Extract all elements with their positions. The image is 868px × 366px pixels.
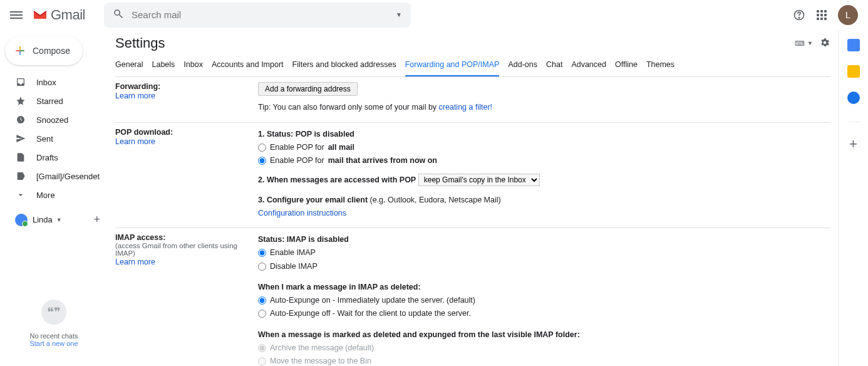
nav-label: Inbox	[36, 78, 56, 87]
chevron-down-icon	[15, 190, 26, 200]
pop-label: POP download:	[115, 128, 245, 137]
start-chat-link[interactable]: Start a new one	[0, 340, 108, 347]
compose-button[interactable]: Compose	[5, 36, 83, 65]
svg-point-1	[798, 17, 799, 18]
imap-deleted-heading: When I mark a message in IMAP as deleted…	[258, 281, 830, 294]
pop-opt1-text: Enable POP for	[270, 141, 324, 154]
tab-accounts[interactable]: Accounts and Import	[212, 54, 284, 76]
pop-opt2-text: Enable POP for	[270, 154, 324, 167]
forwarding-learn-more[interactable]: Learn more	[115, 92, 155, 100]
no-chats-text: No recent chats	[0, 332, 108, 340]
nav-more[interactable]: More	[0, 186, 108, 204]
pop-status-prefix: 1. Status:	[258, 130, 296, 139]
input-tools-button[interactable]: ⌨ ▼	[795, 39, 813, 48]
nav-inbox[interactable]: Inbox	[0, 73, 108, 92]
gear-icon[interactable]	[819, 37, 830, 50]
search-input[interactable]	[132, 9, 396, 20]
tab-forwarding[interactable]: Forwarding and POP/IMAP	[405, 54, 500, 76]
label-icon	[15, 171, 26, 181]
section-imap: IMAP access: (access Gmail from other cl…	[115, 228, 830, 366]
imap-label: IMAP access:	[115, 233, 245, 242]
tab-inbox[interactable]: Inbox	[183, 54, 203, 76]
side-panel: +	[838, 30, 868, 366]
nav-label: Sent	[36, 134, 53, 144]
pop-opt2-bold: mail that arrives from now on	[328, 154, 437, 167]
move-bin-radio[interactable]	[258, 357, 266, 365]
expunge-on-radio[interactable]	[258, 296, 266, 305]
nav-drafts[interactable]: Drafts	[0, 148, 108, 167]
inbox-icon	[15, 77, 26, 87]
sidebar: Compose Inbox Starred Snoozed Sent Draft…	[0, 30, 108, 366]
tab-general[interactable]: General	[115, 54, 143, 76]
send-icon	[15, 133, 26, 144]
user-avatar-icon	[15, 214, 28, 226]
imap-status: IMAP is disabled	[287, 235, 349, 244]
move-bin-text: Move the message to the Bin	[270, 355, 371, 366]
user-chip[interactable]: Linda ▼	[15, 214, 93, 226]
user-name: Linda	[33, 215, 53, 224]
pop-step3-prefix: 3.	[258, 196, 267, 204]
main-content: Settings ⌨ ▼ General Labels Inbox Accoun…	[108, 30, 838, 366]
calendar-icon[interactable]	[847, 39, 860, 51]
add-forwarding-button[interactable]: Add a forwarding address	[258, 82, 358, 96]
create-filter-link[interactable]: creating a filter!	[439, 103, 492, 112]
search-icon[interactable]	[113, 8, 124, 21]
nav-starred[interactable]: Starred	[0, 92, 108, 110]
avatar[interactable]: L	[838, 5, 858, 25]
apps-icon[interactable]	[815, 9, 828, 21]
pop-fromnow-radio[interactable]	[258, 157, 266, 165]
tasks-icon[interactable]	[847, 92, 860, 104]
nav-label: Drafts	[36, 153, 58, 162]
nav-snoozed[interactable]: Snoozed	[0, 110, 108, 129]
tab-offline[interactable]: Offline	[615, 54, 638, 76]
nav-label: More	[36, 191, 55, 200]
nav-label: Starred	[36, 97, 63, 106]
tab-addons[interactable]: Add-ons	[508, 54, 537, 76]
imap-sublabel: (access Gmail from other clients using I…	[115, 242, 245, 257]
pop-action-select[interactable]: keep Gmail's copy in the Inbox	[418, 174, 540, 186]
help-icon[interactable]	[793, 9, 805, 21]
nav-gesendet[interactable]: [Gmail]/Gesendet	[0, 167, 108, 186]
keep-icon[interactable]	[847, 65, 860, 78]
imap-enable-radio[interactable]	[258, 249, 266, 257]
search-options-icon[interactable]: ▼	[396, 11, 402, 18]
tab-filters[interactable]: Filters and blocked addresses	[292, 54, 396, 76]
add-addon-button[interactable]: +	[849, 136, 857, 152]
pop-config-link[interactable]: Configuration instructions	[258, 209, 346, 217]
pop-step2-bold: When messages are accessed with POP	[267, 175, 416, 184]
pop-all-radio[interactable]	[258, 144, 266, 152]
imap-enable-text: Enable IMAP	[270, 246, 316, 259]
pop-learn-more[interactable]: Learn more	[115, 137, 155, 146]
star-icon	[15, 96, 26, 106]
imap-disable-radio[interactable]	[258, 263, 266, 271]
page-title: Settings	[115, 35, 165, 51]
nav-label: [Gmail]/Gesendet	[36, 172, 100, 181]
imap-status-prefix: Status:	[258, 235, 287, 244]
clock-icon	[15, 115, 26, 125]
add-button[interactable]: +	[93, 213, 100, 226]
section-forwarding: Forwarding: Learn more Add a forwarding …	[115, 77, 830, 123]
hangouts-icon: ❝❞	[41, 300, 66, 325]
search-bar[interactable]: ▼	[104, 3, 411, 28]
nav-sent[interactable]: Sent	[0, 129, 108, 148]
tab-chat[interactable]: Chat	[546, 54, 562, 76]
hangouts-user-row: Linda ▼ +	[0, 209, 108, 230]
drafts-icon	[15, 152, 26, 162]
tab-labels[interactable]: Labels	[152, 54, 175, 76]
settings-tabs: General Labels Inbox Accounts and Import…	[115, 54, 830, 77]
tab-advanced[interactable]: Advanced	[571, 54, 606, 76]
archive-text: Archive the message (default)	[270, 342, 374, 355]
pop-step2-prefix: 2.	[258, 175, 267, 184]
imap-learn-more[interactable]: Learn more	[115, 258, 155, 266]
archive-radio[interactable]	[258, 344, 266, 352]
compose-label: Compose	[33, 46, 70, 56]
app-name: Gmail	[51, 7, 85, 23]
expunge-on-text: Auto-Expunge on - Immediately update the…	[270, 294, 475, 307]
expunge-off-radio[interactable]	[258, 310, 266, 318]
gmail-logo[interactable]: Gmail	[33, 7, 85, 23]
nav-label: Snoozed	[36, 115, 68, 125]
pop-status: POP is disabled	[296, 130, 354, 139]
hangouts-section: ❝❞ No recent chats Start a new one	[0, 300, 108, 366]
menu-icon[interactable]	[10, 9, 23, 21]
tab-themes[interactable]: Themes	[646, 54, 674, 76]
